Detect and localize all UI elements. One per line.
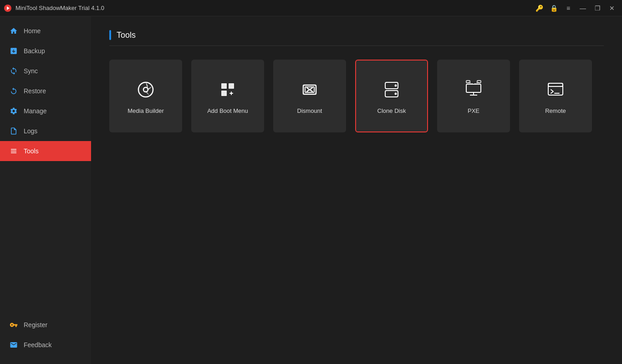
svg-rect-17 [466,84,481,92]
sidebar-item-feedback[interactable]: Feedback [0,335,91,355]
tool-dismount[interactable]: Dismount [273,60,346,132]
app-logo [4,4,12,12]
close-button[interactable]: ✕ [606,2,618,15]
tool-clone-disk[interactable]: Clone Disk [355,60,428,132]
tools-grid: Media Builder Add Boot Menu [109,60,604,132]
media-builder-label: Media Builder [127,107,164,114]
restore-icon [9,86,18,96]
remote-label: Remote [545,107,566,114]
svg-rect-8 [229,93,233,94]
page-title: Tools [117,30,136,40]
svg-rect-5 [229,83,234,89]
register-label: Register [24,321,47,329]
titlebar: MiniTool ShadowMaker Trial 4.1.0 🔑 🔒 ≡ —… [0,0,622,16]
sync-icon [9,66,18,76]
pxe-icon [462,78,485,101]
tool-add-boot-menu[interactable]: Add Boot Menu [191,60,264,132]
title-accent-bar [109,30,111,40]
logs-icon [9,126,18,136]
sidebar-restore-label: Restore [24,87,46,95]
app-title: MiniTool ShadowMaker Trial 4.1.0 [15,5,533,11]
svg-rect-4 [221,83,227,89]
sidebar-item-tools[interactable]: Tools [0,141,91,161]
page-header: Tools [109,30,604,46]
feedback-label: Feedback [24,341,51,349]
svg-point-2 [138,82,153,97]
content-area: Tools Media Builder [91,16,622,364]
backup-icon [9,46,18,56]
tool-remote[interactable]: Remote [519,60,592,132]
svg-rect-22 [466,81,470,83]
home-icon [9,26,18,35]
clone-disk-icon [380,78,403,101]
window-controls: 🔑 🔒 ≡ — ❐ ✕ [533,2,618,15]
sidebar-tools-label: Tools [24,147,39,155]
svg-rect-6 [221,91,227,96]
svg-point-16 [395,92,397,95]
svg-point-14 [395,84,397,86]
dismount-label: Dismount [297,107,322,114]
sidebar-item-register[interactable]: Register [0,315,91,335]
sidebar-item-home[interactable]: Home [0,21,91,41]
main-layout: Home Backup Sync Restore [0,16,622,364]
tools-icon [9,147,18,156]
menu-icon[interactable]: ≡ [562,2,575,15]
sidebar-bottom: Register Feedback [0,315,91,364]
sidebar-item-backup[interactable]: Backup [0,41,91,61]
restore-button[interactable]: ❐ [591,2,604,15]
manage-icon [9,106,18,116]
sidebar-item-restore[interactable]: Restore [0,81,91,101]
lock-icon[interactable]: 🔒 [547,2,560,15]
register-icon [9,320,18,329]
tool-media-builder[interactable]: Media Builder [109,60,182,132]
pxe-label: PXE [468,107,479,114]
remote-icon [544,78,567,101]
sidebar-backup-label: Backup [24,47,45,55]
add-boot-menu-label: Add Boot Menu [207,107,248,114]
sidebar-home-label: Home [24,27,41,35]
add-boot-menu-icon [216,78,239,101]
tool-pxe[interactable]: PXE [437,60,510,132]
sidebar-item-sync[interactable]: Sync [0,61,91,81]
feedback-icon [9,340,18,349]
svg-rect-23 [477,81,481,83]
media-builder-icon [134,78,157,101]
sidebar-logs-label: Logs [24,127,37,135]
sidebar: Home Backup Sync Restore [0,16,91,364]
sidebar-item-manage[interactable]: Manage [0,101,91,121]
svg-rect-25 [548,83,563,86]
sidebar-sync-label: Sync [24,67,38,75]
sidebar-item-logs[interactable]: Logs [0,121,91,141]
clone-disk-label: Clone Disk [377,107,406,114]
sidebar-manage-label: Manage [24,107,47,115]
key-icon[interactable]: 🔑 [533,2,546,15]
dismount-icon [298,78,321,101]
minimize-button[interactable]: — [576,2,589,15]
